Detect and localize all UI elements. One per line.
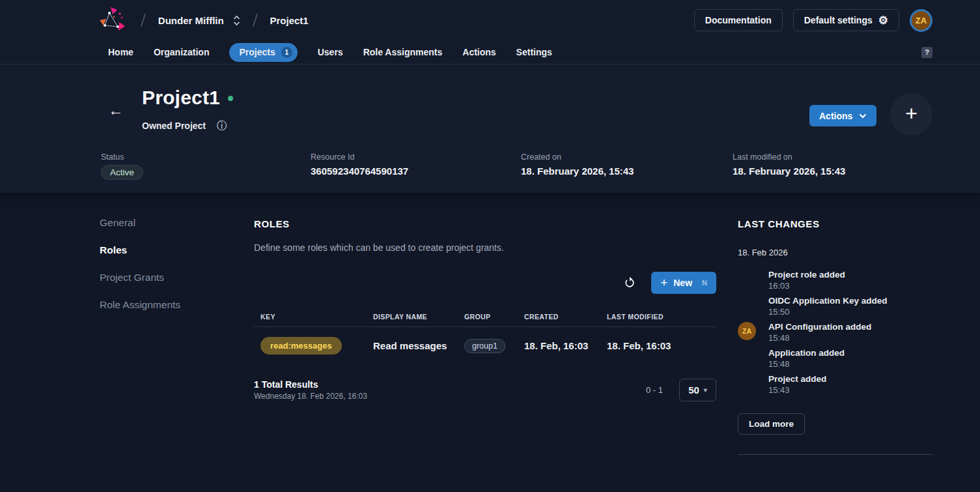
page-size-value: 50 [688,384,699,396]
role-group-cell: group1 [464,339,524,353]
meta-label: Created on [521,152,634,162]
meta-resource-id: Resource Id 360592340764590137 [311,152,408,177]
default-settings-button[interactable]: Default settings ⚙ [793,9,899,31]
total-results-label: 1 Total Results [254,379,367,390]
header-actions: Documentation Default settings ⚙ ZA [694,9,932,32]
nav-item-settings[interactable]: Settings [516,47,552,57]
role-created-cell: 18. Feb, 16:03 [524,340,607,351]
load-more-button[interactable]: Load more [738,413,805,435]
meta-value: 18. February 2026, 15:43 [733,166,845,177]
sidebar-item-general[interactable]: General [100,217,180,229]
results-summary: 1 Total Results Wednesday 18. Feb 2026, … [254,379,367,401]
add-button[interactable]: + [890,93,932,136]
nav-item-users[interactable]: Users [318,47,343,57]
keyboard-shortcut-hint: N [702,279,707,287]
event-title: Project added [768,374,826,384]
role-modified-cell: 18. Feb, 16:03 [607,340,716,351]
sidebar-item-role-assignments[interactable]: Role Assignments [100,299,180,311]
app-root: / Dunder Mifflin / Project1 Documentatio… [0,0,980,492]
event-time: 15:43 [768,385,826,395]
event-time: 16:03 [768,281,845,291]
column-header-created: CREATED [524,313,607,321]
project-title-row: Project1 [142,87,233,109]
role-display-name-cell: Read messages [373,340,464,351]
event-body: Project role added 16:03 [768,270,845,291]
event-title: Project role added [768,270,845,280]
refresh-icon [623,276,636,289]
event-body: Application added 15:48 [768,348,845,369]
projects-count-badge: 1 [281,47,292,58]
role-key-chip: read:messages [260,337,342,355]
new-role-button[interactable]: + New N [651,272,716,294]
event-title: API Configuration added [768,322,871,332]
header-bar: / Dunder Mifflin / Project1 Documentatio… [0,0,980,40]
nav-item-projects[interactable]: Projects 1 [229,43,297,62]
info-icon[interactable]: ⓘ [217,121,227,131]
back-button[interactable]: ← [108,103,123,118]
changes-event-list: Project role added 16:03 OIDC Applicatio… [738,270,933,396]
sidebar-item-roles[interactable]: Roles [100,244,180,256]
meta-last-modified: Last modified on 18. February 2026, 15:4… [733,152,845,177]
roles-table-header: KEY DISPLAY NAME GROUP CREATED LAST MODI… [254,307,716,327]
roles-toolbar: + New N [254,272,716,294]
event-title: OIDC Application Key added [768,296,888,306]
column-header-group: GROUP [464,313,524,321]
event-time: 15:48 [768,359,845,369]
org-switcher[interactable]: Dunder Mifflin [158,15,240,26]
column-header-last-modified: LAST MODIFIED [607,313,716,321]
event-body: Project added 15:43 [768,374,826,395]
org-name: Dunder Mifflin [158,15,224,26]
project-side-nav: General Roles Project Grants Role Assign… [100,217,180,311]
plus-icon: + [660,276,667,289]
meta-value: 18. February 2026, 15:43 [521,166,634,177]
list-item: ZA API Configuration added 15:48 [738,322,933,343]
help-button[interactable]: ? [921,47,932,58]
event-body: OIDC Application Key added 15:50 [768,296,888,317]
documentation-label: Documentation [705,15,772,25]
page-title: Project1 [142,87,220,109]
nav-item-organization[interactable]: Organization [154,47,210,57]
breadcrumb-project[interactable]: Project1 [270,15,309,26]
meta-label: Status [101,152,143,162]
refresh-button[interactable] [621,274,639,292]
list-item: Project role added 16:03 [738,270,933,291]
unfold-more-icon [233,15,240,26]
column-header-key: KEY [260,313,373,321]
event-time: 15:50 [768,307,888,317]
event-title: Application added [768,348,845,358]
new-role-label: New [673,278,692,288]
meta-label: Last modified on [733,152,845,162]
event-body: API Configuration added 15:48 [768,322,871,343]
nav-item-actions[interactable]: Actions [462,47,496,57]
meta-status: Status Active [101,152,143,180]
list-item: Application added 15:48 [738,348,933,369]
status-badge: Active [101,165,143,180]
roles-title: ROLES [254,218,716,229]
nav-item-projects-label: Projects [239,47,275,57]
default-settings-label: Default settings [804,15,873,25]
breadcrumb-slash: / [140,10,146,30]
table-row[interactable]: read:messages Read messages group1 18. F… [254,327,716,364]
page-size-select[interactable]: 50 ▾ [679,379,716,401]
list-item: OIDC Application Key added 15:50 [738,296,933,317]
results-timestamp: Wednesday 18. Feb 2026, 16:03 [254,392,367,401]
roles-table-footer: 1 Total Results Wednesday 18. Feb 2026, … [254,379,716,401]
documentation-button[interactable]: Documentation [694,9,783,31]
event-avatar: ZA [738,322,756,340]
zitadel-logo-icon[interactable] [100,7,128,33]
nav-item-home[interactable]: Home [108,47,133,57]
gear-icon: ⚙ [878,15,888,26]
project-type-label: Owned Project [142,121,206,131]
sidebar-item-project-grants[interactable]: Project Grants [100,272,180,283]
list-item: Project added 15:43 [738,374,933,396]
user-avatar[interactable]: ZA [910,9,932,32]
actions-menu-button[interactable]: Actions [809,105,876,126]
last-changes-title: LAST CHANGES [738,218,933,229]
main-nav: Home Organization Projects 1 Users Role … [0,40,980,65]
pagination-range: 0 - 1 [646,385,663,395]
meta-created-on: Created on 18. February 2026, 15:43 [521,152,634,177]
nav-item-role-assignments[interactable]: Role Assignments [363,47,443,57]
event-time: 15:48 [768,333,871,343]
top-block: / Dunder Mifflin / Project1 Documentatio… [0,0,980,194]
event-gutter: ZA [738,322,768,340]
